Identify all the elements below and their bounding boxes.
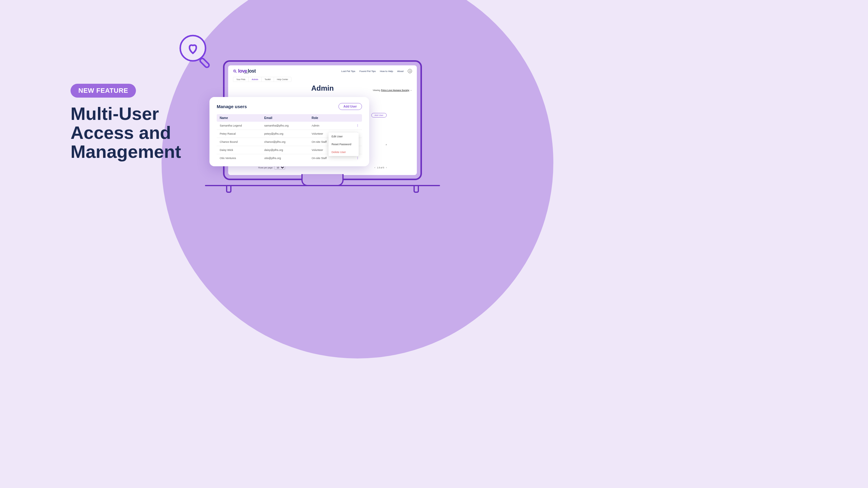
col-name: Name xyxy=(220,116,264,120)
secondary-tabs: Your Pets Admin Toolkit Help Center xyxy=(233,77,291,82)
table-header: Name Email Role xyxy=(217,114,362,122)
nav-found-pet-tips[interactable]: Found Pet Tips xyxy=(360,70,376,73)
nav-lost-pet-tips[interactable]: Lost Pet Tips xyxy=(341,70,355,73)
add-user-button[interactable]: Add User xyxy=(338,103,362,110)
background-add-user-button[interactable]: Add User xyxy=(371,113,387,118)
app-logo[interactable]: petco lovelost xyxy=(233,68,255,74)
cell-name: Otis Ventures xyxy=(220,157,264,160)
menu-reset-password[interactable]: Reset Password xyxy=(329,140,359,148)
cell-email: chance@plhs.org xyxy=(264,140,312,143)
cell-email: otis@plhs.org xyxy=(264,157,312,160)
page-prev[interactable]: ‹ xyxy=(375,167,375,169)
col-role: Role xyxy=(312,116,353,120)
cell-role: On-site Staff xyxy=(312,157,353,160)
tab-help-center[interactable]: Help Center xyxy=(274,77,291,82)
page-next[interactable]: › xyxy=(386,167,387,169)
col-email: Email xyxy=(264,116,312,120)
cell-name: Petey Rascal xyxy=(220,132,264,135)
svg-point-0 xyxy=(180,36,206,61)
cell-name: Samantha Legend xyxy=(220,124,264,127)
profile-icon[interactable] xyxy=(408,69,412,73)
nav-how-to-help[interactable]: How to Help xyxy=(380,70,393,73)
menu-delete-user[interactable]: Delete User xyxy=(329,148,359,156)
cell-name: Chance Bound xyxy=(220,140,264,143)
table-row: Samantha Legend samantha@plhs.org Admin … xyxy=(217,122,362,130)
promo-headline: Multi-User Access and Management xyxy=(70,104,197,161)
row-menu-icon[interactable]: ⋮ xyxy=(353,124,359,127)
chevron-down-icon: ⌄ xyxy=(410,89,412,91)
card-title: Manage users xyxy=(217,104,247,109)
page-range: 1-5 of 5 xyxy=(377,167,384,169)
cell-email: samantha@plhs.org xyxy=(264,124,312,127)
background-row-fragment: d xyxy=(386,144,387,145)
new-feature-badge: NEW FEATURE xyxy=(70,84,136,98)
rows-per-page-label: Rows per page: xyxy=(258,167,273,169)
logo-lost-text: lost xyxy=(248,68,255,74)
org-switcher[interactable]: Viewing Petco Love Humane Society ⌄ xyxy=(373,89,412,91)
page-title: Admin xyxy=(311,84,334,93)
tab-toolkit[interactable]: Toolkit xyxy=(261,77,274,82)
nav-about[interactable]: About xyxy=(397,70,404,73)
svg-point-4 xyxy=(410,70,410,71)
tab-admin[interactable]: Admin xyxy=(249,77,261,82)
tab-your-pets[interactable]: Your Pets xyxy=(233,77,249,82)
svg-rect-1 xyxy=(199,58,210,68)
cell-role: Admin xyxy=(312,124,353,127)
cell-email: daisy@plhs.org xyxy=(264,149,312,152)
cell-email: petey@plhs.org xyxy=(264,132,312,135)
row-context-menu: Edit User Reset Password Delete User xyxy=(329,133,359,156)
magnifier-heart-icon xyxy=(179,35,216,71)
svg-line-3 xyxy=(236,72,236,73)
logo-search-heart-icon xyxy=(233,69,237,74)
cell-name: Daisy Wick xyxy=(220,149,264,152)
primary-nav: Lost Pet Tips Found Pet Tips How to Help… xyxy=(341,70,404,73)
row-menu-icon[interactable]: ⋮ xyxy=(353,157,359,160)
app-header: petco lovelost Lost Pet Tips Found Pet T… xyxy=(228,65,417,76)
menu-edit-user[interactable]: Edit User xyxy=(329,133,359,140)
logo-petco-text: petco xyxy=(244,72,249,74)
